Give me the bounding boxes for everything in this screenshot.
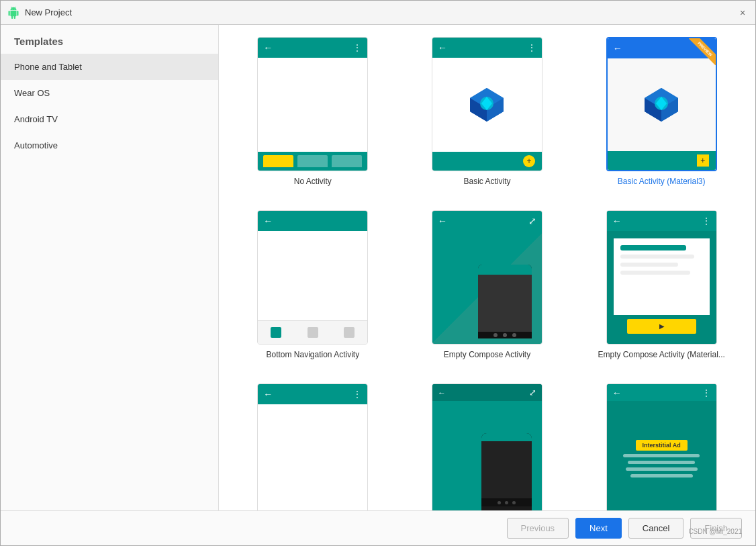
title-bar-left: New Project [7,7,72,19]
sidebar-item-phone-tablet[interactable]: Phone and Tablet [1,54,218,80]
inactive-tab [297,155,328,167]
cancel-button[interactable]: Cancel [628,518,683,539]
preview-badge: PREVIEW [689,38,716,65]
sidebar-item-android-tv[interactable]: Android TV [1,106,218,132]
next-button[interactable]: Next [575,518,622,539]
card-label-no-activity: No Activity [294,177,332,186]
template-card-fullscreen[interactable]: ← ⤢ [407,378,568,510]
card-image-empty-compose: ← ⤢ [432,210,542,345]
window-title: New Project [25,7,72,17]
phone-mockup-inner [481,433,532,510]
phone-shape [478,265,532,338]
card-image-empty-compose-material: ← ⋮ ▶ [606,210,717,345]
title-bar: New Project × [1,1,755,25]
back-arrow-icon: ← [612,388,622,398]
material3-icon [641,85,681,125]
menu-dots-icon: ⋮ [353,390,362,399]
preview-ribbon: PREVIEW [679,38,716,75]
sidebar-item-wear-os[interactable]: Wear OS [1,80,218,106]
new-project-window: New Project × Templates Phone and Tablet… [0,0,756,546]
interstitial-ad-badge: Interstitial Ad [636,440,688,451]
menu-dots-icon: ⋮ [353,43,362,52]
card-label-basic-material3: Basic Activity (Material3) [618,177,706,186]
card-label-empty-compose-material: Empty Compose Activity (Material... [598,350,724,359]
card-image-basic-material3: ← [606,37,717,171]
expand-corners-icon: ⤢ [529,388,536,398]
template-card-basic-activity[interactable]: ← ⋮ [407,32,568,191]
back-arrow-icon: ← [263,42,273,53]
previous-button[interactable]: Previous [507,518,569,539]
menu-dots-icon: ⋮ [528,43,536,52]
card-image-basic-activity: ← ⋮ [432,37,542,171]
template-card-empty-compose-material[interactable]: ← ⋮ ▶ [581,205,742,365]
menu-dots-icon: ⋮ [702,216,711,226]
card-label-basic-activity: Basic Activity [463,177,510,186]
back-arrow-icon: ← [438,216,447,226]
close-button[interactable]: × [737,7,749,19]
sidebar: Templates Phone and Tablet Wear OS Andro… [1,25,219,510]
menu-dots-icon: ⋮ [702,388,711,398]
nav-icon1 [271,327,281,338]
back-arrow-icon: ← [263,389,273,400]
nav-icon3 [344,327,355,338]
template-card-no-activity[interactable]: ← ⋮ No Activity [232,32,393,191]
basic-activity-icon [467,85,507,125]
template-card-empty-compose[interactable]: ← ⤢ [407,205,568,365]
card-label-bottom-navigation: Bottom Navigation Activity [266,350,359,359]
main-content: Templates Phone and Tablet Wear OS Andro… [1,25,755,510]
card-image-admob: ← ⋮ Interstitial Ad [606,383,717,510]
footer-wrapper: Previous Next Cancel Finish CSDN @Mi_202… [1,510,755,545]
content-area: ← ⋮ No Activity [219,25,755,510]
watermark: CSDN @Mi_2021 [688,528,742,535]
inactive-tab2 [332,155,362,167]
card-image-bottom-navigation: ← [257,210,368,345]
template-grid: ← ⋮ No Activity [219,25,755,510]
back-arrow-icon: ← [438,388,446,398]
bottom-nav-bar [258,320,367,344]
footer: Previous Next Cancel Finish [1,510,755,545]
template-card-admob[interactable]: ← ⋮ Interstitial Ad [581,378,742,510]
active-tab [263,155,293,167]
card-image-empty-activity: ← ⋮ [257,383,368,510]
admob-button: ▶ [659,323,664,330]
back-arrow-icon: ← [613,43,622,54]
sidebar-item-automotive[interactable]: Automotive [1,132,218,158]
back-arrow-icon: ← [612,216,622,226]
template-card-bottom-navigation[interactable]: ← Bottom Navigation Activity [232,205,393,365]
card-label-empty-compose: Empty Compose Activity [444,350,530,359]
back-arrow-icon: ← [263,216,273,226]
card-image-no-activity: ← ⋮ [257,37,368,171]
nav-icon2 [308,327,318,338]
back-arrow-icon: ← [438,42,447,53]
card-image-fullscreen: ← ⤢ [432,383,542,510]
expand-icon: ⤢ [528,216,536,226]
template-card-basic-material3[interactable]: ← [581,32,742,191]
android-icon [7,7,19,19]
template-card-empty-activity[interactable]: ← ⋮ Empty Activity [232,378,393,510]
sidebar-header: Templates [1,25,218,54]
